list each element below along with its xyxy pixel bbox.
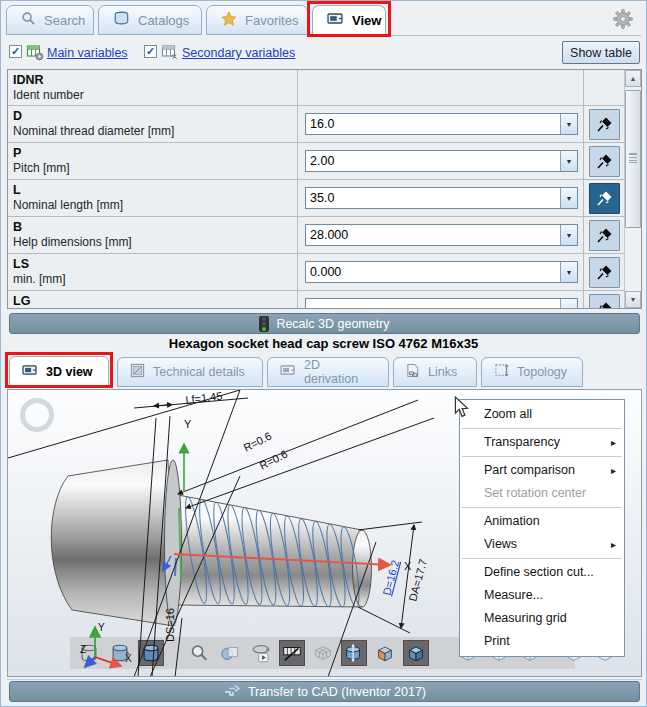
tab-catalogs[interactable]: Catalogs (98, 5, 202, 35)
value-input[interactable] (306, 299, 560, 309)
menu-item-define-section-cut[interactable]: Define section cut... (460, 561, 624, 584)
var-name: P (13, 146, 291, 160)
menu-separator (462, 507, 622, 508)
value-input[interactable] (306, 114, 560, 134)
menu-item-measure[interactable]: Measure... (460, 584, 624, 607)
dim-label-lf: Lf=1.45 (185, 390, 223, 406)
dim-label-r1: R=0.6 (241, 430, 273, 454)
part-comparison-tool-icon[interactable] (372, 640, 398, 666)
tab-search[interactable]: Search (6, 5, 94, 35)
viewport-context-menu: Zoom all Transparency▸ Part comparison▸ … (459, 399, 625, 657)
combo-dropdown-icon[interactable]: ▼ (560, 151, 577, 171)
value-combobox-ls[interactable]: ▼ (305, 261, 578, 283)
value-combobox-d[interactable]: ▼ (305, 113, 578, 135)
dim-label-da: DA=17.7 (406, 558, 429, 603)
menu-item-measuring-grid[interactable]: Measuring grid (460, 607, 624, 630)
combo-dropdown-icon[interactable]: ▼ (560, 114, 577, 134)
menu-item-views[interactable]: Views▸ (460, 533, 624, 556)
pin-button[interactable] (589, 146, 620, 177)
value-input[interactable] (306, 188, 560, 208)
shaded-mode-icon[interactable] (138, 640, 164, 666)
mouse-cursor (453, 396, 471, 421)
menu-item-part-comparison[interactable]: Part comparison▸ (460, 459, 624, 482)
main-variables-checkbox[interactable]: ✓ (9, 45, 22, 58)
tab-baseline (391, 35, 641, 36)
measure-tool-icon[interactable] (279, 640, 305, 666)
pin-button[interactable] (589, 183, 620, 214)
value-input[interactable] (306, 225, 560, 245)
value-input[interactable] (306, 151, 560, 171)
scroll-down-icon[interactable]: ▼ (625, 291, 641, 308)
value-combobox-lg[interactable]: ▼ (305, 298, 578, 309)
pin-button[interactable] (589, 220, 620, 251)
var-name: D (13, 109, 291, 123)
3d-viewport[interactable]: Lf=1.45 R=0.6 R=0.6 DS=16 D=16.2 DA=17.7… (7, 389, 642, 677)
secondary-variables-checkbox[interactable]: ✓ (144, 45, 157, 58)
pin-button[interactable] (589, 294, 620, 310)
var-description: min. [mm] (13, 272, 291, 286)
var-name: B (13, 220, 291, 234)
search-icon (21, 11, 36, 29)
transfer-to-cad-button[interactable]: Transfer to CAD (Inventor 2017) (9, 681, 640, 702)
pin-button[interactable] (589, 257, 620, 288)
view-icon (327, 12, 344, 29)
scrollbar-thumb[interactable] (625, 90, 641, 228)
links-icon (406, 363, 420, 381)
table-row-b: B Help dimensions [mm] ▼ (8, 217, 624, 254)
secondary-variables-icon (161, 43, 179, 61)
menu-item-transparency[interactable]: Transparency▸ (460, 431, 624, 454)
var-name: LS (13, 257, 291, 271)
show-table-button[interactable]: Show table (562, 41, 640, 64)
menu-item-zoom-all[interactable]: Zoom all (460, 403, 624, 426)
star-icon (221, 11, 237, 30)
dim-label-d-link[interactable]: D=16.2 (380, 559, 401, 597)
tab-view[interactable]: View (312, 5, 386, 35)
topology-icon (494, 363, 509, 381)
combo-dropdown-icon[interactable]: ▼ (560, 299, 577, 309)
table-scrollbar[interactable]: ▲ ▼ (624, 70, 641, 308)
value-combobox-p[interactable]: ▼ (305, 150, 578, 172)
animation-tool-icon[interactable] (248, 640, 274, 666)
transfer-icon (223, 683, 241, 701)
measuring-grid-tool-icon[interactable] (310, 640, 336, 666)
value-input[interactable] (306, 262, 560, 282)
topology-tool-icon[interactable] (403, 640, 429, 666)
tab-topology[interactable]: Topology (481, 357, 583, 387)
menu-separator (462, 456, 622, 457)
transparency-tool-icon[interactable] (217, 640, 243, 666)
menu-item-animation[interactable]: Animation (460, 510, 624, 533)
tab-2d-derivation[interactable]: 2D derivation (267, 357, 389, 387)
combo-dropdown-icon[interactable]: ▼ (560, 188, 577, 208)
var-description: Ident number (13, 88, 291, 102)
gear-icon[interactable] (611, 7, 635, 31)
recalc-3d-geometry-button[interactable]: Recalc 3D geometry (9, 313, 640, 334)
var-description: Nominal length [mm] (13, 198, 291, 212)
tab-links[interactable]: Links (393, 357, 477, 387)
rotation-widget[interactable] (20, 398, 54, 432)
tab-3d-view[interactable]: 3D view (9, 356, 109, 387)
secondary-variables-link[interactable]: Secondary variables (182, 46, 295, 60)
traffic-light-icon (259, 316, 269, 332)
table-row-idnr: IDNR Ident number (8, 70, 624, 106)
tab-technical-details[interactable]: Technical details (117, 357, 263, 387)
var-name: IDNR (13, 73, 291, 87)
axis-label-x: X (404, 560, 412, 572)
pin-button[interactable] (589, 109, 620, 140)
table-row-ls: LS min. [mm] ▼ (8, 254, 624, 291)
value-combobox-l[interactable]: ▼ (305, 187, 578, 209)
value-combobox-b[interactable]: ▼ (305, 224, 578, 246)
table-row-l: L Nominal length [mm] ▼ (8, 180, 624, 217)
section-cut-tool-icon[interactable] (341, 640, 367, 666)
combo-dropdown-icon[interactable]: ▼ (560, 262, 577, 282)
scroll-up-icon[interactable]: ▲ (625, 70, 641, 87)
tab-favorites[interactable]: Favorites (206, 5, 308, 35)
zoom-tool-icon[interactable] (186, 640, 212, 666)
menu-separator (462, 558, 622, 559)
main-variables-link[interactable]: Main variables (47, 46, 128, 60)
menu-item-print[interactable]: Print (460, 630, 624, 653)
wireframe-mode-icon[interactable] (76, 640, 102, 666)
shaded-edges-mode-icon[interactable] (107, 640, 133, 666)
combo-dropdown-icon[interactable]: ▼ (560, 225, 577, 245)
var-name: L (13, 183, 291, 197)
parts-library-window: Search Catalogs Favorites View (0, 0, 647, 707)
